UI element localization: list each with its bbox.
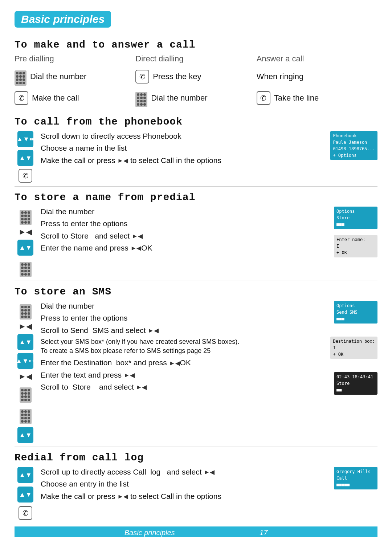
section3-step1: Dial the number (41, 207, 318, 216)
section2-step2: Choose a name in the list (41, 143, 316, 153)
col1-label: Pre dialling (15, 54, 135, 64)
section5-step3: Make the call or press ►◀ to select Call… (41, 491, 318, 501)
sms-options-screen: Options Send SMS ■■■ (334, 301, 377, 324)
keypad-icon (15, 67, 26, 86)
scroll-icon-3: ▲▼ (17, 240, 33, 256)
scroll-up-icon-1: ▲▼ (17, 467, 33, 483)
section4-step7: Scroll to Store and select ►◀ (41, 382, 318, 392)
keypad-icon-4 (20, 259, 32, 277)
keypad-icon-5 (20, 301, 32, 320)
section-store-name: To store a name from predial ►◀ ▲▼ (15, 192, 377, 277)
section4-heading: To store an SMS (15, 286, 377, 297)
page-number: 17 (260, 529, 268, 537)
arrow-ok-icon-2: ►◀ (19, 322, 33, 331)
scroll-icon-7: ▲▼ (17, 487, 33, 503)
calllog-screen: Gregory Hills Call ■■■■■ (334, 467, 377, 489)
section2-heading: To call from the phonebook (15, 116, 377, 127)
scroll-icon-2: ▲▼ (17, 150, 33, 166)
step-make-call: Make the call (32, 93, 79, 103)
col3-label: Answer a call (257, 54, 377, 64)
store-time-screen: 02:43 18:43:41 Store ■■ (334, 372, 377, 395)
section4-step2: Press to enter the options (41, 313, 318, 323)
section3-step4: Enter the name and press ►◀OK (41, 243, 318, 253)
step-press-key: Press the key (153, 72, 201, 81)
step-when-ringing: When ringing (257, 72, 304, 81)
section-redial: Redial from call log ▲▼ ▲▼ ✆ Scroll up t… (15, 452, 377, 520)
section4-icons: ►◀ ▲▼ ▲▼►◀ ►◀ (15, 301, 36, 443)
arrow-ok-icon-3: ►◀ (19, 372, 33, 381)
section4-step6: Enter the text and press ►◀ (41, 370, 318, 380)
call-button-icon-1: ✆ (135, 70, 149, 84)
section4-step5: Enter the Destination box* and press ►◀O… (41, 358, 318, 367)
section-make-answer: To make and to answer a call Pre diallin… (15, 39, 377, 107)
call-button-icon-2: ✆ (15, 91, 28, 105)
section5-step1: Scroll up to directly access Call log an… (41, 467, 318, 477)
entername-screen: Enter name: I + OK (334, 235, 377, 257)
keypad-icon-2 (135, 89, 147, 107)
section2-icons: ▲▼■■ ▲▼ ✆ (15, 131, 36, 183)
keypad-icon-7 (20, 406, 32, 424)
section4-step4: Select your SMS box* (only if you have c… (41, 337, 318, 355)
call-btn-icon-5: ✆ (19, 506, 32, 520)
page-title: Basic principles (15, 7, 377, 34)
phonebook-screen: Phonebook Paula Jameson 01498 1898765...… (330, 131, 377, 160)
section3-heading: To store a name from predial (15, 192, 377, 203)
section3-icons: ►◀ ▲▼ (15, 207, 36, 277)
section5-heading: Redial from call log (15, 452, 377, 463)
col2-label: Direct dialling (135, 54, 256, 64)
step-dial-number-1: Dial the number (30, 72, 86, 81)
scroll-down-icon: ▲▼■■ (17, 131, 33, 147)
section4-step3: Scroll to Send SMS and select ►◀ (41, 325, 318, 335)
footer-bar: Basic principles 17 (15, 526, 377, 537)
options-screen-1: Options Store ■■■ (334, 207, 377, 229)
section1-heading: To make and to answer a call (15, 39, 377, 50)
keypad-icon-3 (20, 207, 32, 225)
destination-screen: Destination box: I + OK (330, 337, 377, 359)
section5-step2: Choose an entry in the list (41, 479, 318, 489)
section2-step3: Make the call or press ►◀ to select Call… (41, 155, 316, 165)
call-button-icon-3: ✆ (257, 91, 270, 105)
section2-step1: Scroll down to directly access Phonebook (41, 131, 316, 141)
scroll-icon-6: ▲▼ (17, 427, 33, 443)
section-store-sms: To store an SMS ►◀ ▲▼ ▲▼►◀ ► (15, 286, 377, 443)
step-dial-number-2: Dial the number (151, 93, 207, 103)
section5-icons: ▲▼ ▲▼ ✆ (15, 467, 36, 520)
section4-step1: Dial the number (41, 301, 318, 311)
arrow-ok-icon-1: ►◀ (19, 227, 33, 237)
section3-step2: Press to enter the options (41, 219, 318, 228)
call-btn-icon-4: ✆ (19, 169, 32, 183)
section-phonebook: To call from the phonebook ▲▼■■ ▲▼ ✆ Scr… (15, 116, 377, 183)
scroll-icon-5: ▲▼►◀ (17, 353, 33, 369)
keypad-icon-6 (20, 384, 32, 403)
step-take-line: Take the line (274, 93, 319, 103)
section3-step3: Scroll to Store and select ►◀ (41, 231, 318, 241)
footer-title: Basic principles (124, 529, 175, 537)
scroll-icon-4: ▲▼ (17, 334, 33, 350)
